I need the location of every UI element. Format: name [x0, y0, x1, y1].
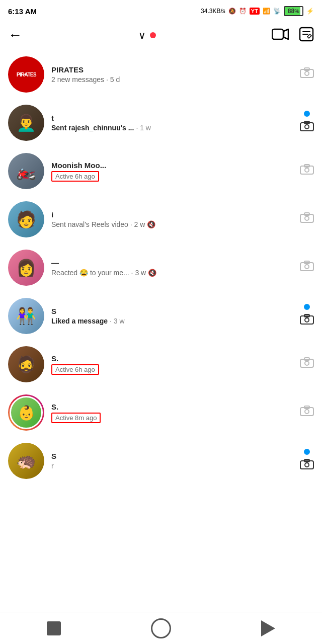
chat-meta: [300, 212, 314, 226]
chat-meta: [300, 261, 314, 275]
avatar-image: PIRATE$: [8, 56, 44, 93]
unread-dot: [304, 449, 310, 455]
avatar-image: 🧑: [8, 201, 44, 237]
avatar: 👫: [8, 298, 44, 334]
no-sound-icon: 🔕: [228, 8, 236, 15]
avatar-story-ring: 👶: [8, 394, 44, 431]
chat-list: PIRATE$ PIRATES 2 new messages · 5 d 👨‍🦱…: [0, 50, 322, 485]
alarm-icon: ⏰: [239, 8, 247, 15]
avatar: PIRATE$: [8, 56, 44, 93]
unread-dot: [304, 304, 310, 310]
svg-point-6: [305, 71, 309, 75]
status-time: 6:13 AM: [8, 7, 37, 16]
chat-preview: r: [51, 462, 296, 470]
svg-rect-0: [272, 29, 283, 39]
chat-item[interactable]: 🧔 S. Active 6h ago: [0, 340, 322, 388]
avatar: 🏍️: [8, 153, 44, 189]
wifi-icon: 📡: [273, 8, 281, 15]
avatar: 🧔: [8, 346, 44, 382]
chat-content: — Reacted 😂 to your me... · 3 w 🔇: [51, 259, 296, 277]
avatar-image: 👨‍🦱: [8, 105, 44, 141]
chat-item[interactable]: 👩 — Reacted 😂 to your me... · 3 w 🔇: [0, 244, 322, 292]
chat-meta: [300, 449, 314, 473]
camera-icon: [300, 357, 314, 371]
camera-icon-active: [300, 459, 314, 473]
svg-point-21: [305, 318, 309, 322]
nav-back-button[interactable]: [256, 616, 280, 640]
avatar-image: 👶: [10, 396, 43, 429]
chat-meta: [300, 406, 314, 420]
nav-right: [272, 27, 314, 44]
dropdown-arrow-icon[interactable]: ∨: [138, 29, 146, 41]
chat-meta: [300, 67, 314, 82]
chat-preview: Liked a message · 3 w: [51, 317, 296, 325]
unread-dot: [304, 111, 310, 117]
chat-name: S.: [51, 403, 296, 411]
svg-point-12: [305, 168, 309, 172]
chat-preview: Active 6h ago: [51, 364, 296, 375]
chat-item[interactable]: 👫 S Liked a message · 3 w: [0, 292, 322, 340]
chat-content: S r: [51, 452, 296, 470]
chat-preview: Active 8m ago: [51, 413, 296, 423]
avatar-image: 🧔: [8, 346, 44, 382]
square-icon: [47, 621, 61, 635]
chat-name: S: [51, 452, 296, 460]
svg-marker-1: [284, 29, 288, 39]
chat-item[interactable]: 👨‍🦱 t Sent rajesh_chinnuu's ... · 1 w: [0, 99, 322, 147]
svg-point-24: [305, 361, 309, 365]
signal-icon: 📶: [263, 8, 270, 15]
chat-content: S. Active 6h ago: [51, 354, 296, 375]
chat-name: S.: [51, 354, 296, 363]
nav-square-button[interactable]: [42, 616, 66, 640]
chat-content: Moonish Moo... Active 6h ago: [51, 161, 296, 182]
chat-preview: Active 6h ago: [51, 171, 296, 182]
avatar-image: 🦔: [8, 443, 44, 479]
chat-name: Moonish Moo...: [51, 161, 296, 170]
yt-icon: YT: [250, 8, 260, 15]
compose-icon[interactable]: [299, 27, 314, 44]
chat-preview: Reacted 😂 to your me... · 3 w 🔇: [51, 269, 296, 277]
avatar: 👩: [8, 250, 44, 286]
status-bar: 6:13 AM 34.3KB/s 🔕 ⏰ YT 📶 📡 88% ⚡: [0, 0, 322, 20]
chat-meta: [300, 111, 314, 135]
video-call-icon[interactable]: [272, 27, 289, 43]
avatar-image: 👫: [8, 298, 44, 334]
triangle-icon: [261, 620, 275, 636]
camera-icon: [300, 164, 314, 178]
back-button[interactable]: ←: [8, 28, 22, 42]
chat-meta: [300, 164, 314, 178]
chat-content: PIRATES 2 new messages · 5 d: [51, 65, 296, 84]
chat-item[interactable]: 🧑 i Sent naval's Reels video · 2 w 🔇: [0, 195, 322, 244]
svg-point-30: [305, 463, 309, 467]
chat-content: S. Active 8m ago: [51, 403, 296, 423]
nav-home-button[interactable]: [149, 616, 173, 640]
avatar: 🧑: [8, 201, 44, 237]
camera-icon: [300, 406, 314, 420]
avatar: 🦔: [8, 443, 44, 479]
network-speed: 34.3KB/s: [201, 8, 225, 15]
camera-icon: [300, 212, 314, 226]
chat-meta: [300, 304, 314, 328]
active-status-badge: Active 6h ago: [51, 171, 99, 182]
chat-item[interactable]: 🏍️ Moonish Moo... Active 6h ago: [0, 147, 322, 195]
status-right: 34.3KB/s 🔕 ⏰ YT 📶 📡 88% ⚡: [201, 6, 314, 16]
avatar-image: 👩: [8, 250, 44, 286]
avatar: 👶: [8, 394, 44, 431]
chat-item[interactable]: PIRATE$ PIRATES 2 new messages · 5 d: [0, 50, 322, 99]
chat-item[interactable]: 🦔 S r: [0, 437, 322, 485]
camera-icon-active: [300, 121, 314, 135]
svg-point-27: [305, 410, 309, 414]
chat-preview: 2 new messages · 5 d: [51, 75, 296, 84]
chat-meta: [300, 357, 314, 371]
chat-content: i Sent naval's Reels video · 2 w 🔇: [51, 210, 296, 228]
chat-preview: Sent naval's Reels video · 2 w 🔇: [51, 220, 296, 228]
camera-icon-active: [300, 314, 314, 328]
avatar: 👨‍🦱: [8, 105, 44, 141]
chat-name: t: [51, 114, 296, 122]
chat-item[interactable]: 👶 S. Active 8m ago: [0, 388, 322, 437]
chat-name: —: [51, 259, 296, 267]
chat-name: PIRATES: [51, 65, 296, 74]
chat-name: S: [51, 307, 296, 315]
top-nav: ← ∨: [0, 20, 322, 50]
chat-content: S Liked a message · 3 w: [51, 307, 296, 325]
